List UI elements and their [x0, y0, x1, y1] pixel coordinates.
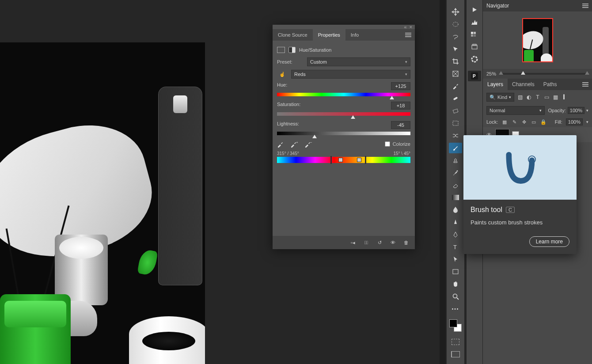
- navigator-body[interactable]: [483, 11, 592, 69]
- tab-layers[interactable]: Layers: [483, 79, 508, 90]
- reset-icon[interactable]: ↺: [376, 240, 383, 246]
- slider-thumb[interactable]: [312, 135, 317, 138]
- saturation-value[interactable]: +18: [391, 102, 410, 110]
- slider-thumb[interactable]: [390, 96, 394, 99]
- lightness-slider[interactable]: [277, 132, 410, 135]
- filter-smart-icon[interactable]: ▦: [552, 94, 558, 100]
- slider-thumb[interactable]: [521, 71, 525, 75]
- filter-type-icon[interactable]: T: [535, 94, 541, 100]
- libraries-icon[interactable]: [468, 42, 481, 52]
- color-wheel-icon[interactable]: [468, 54, 481, 64]
- brush-tool-icon[interactable]: [449, 143, 462, 153]
- filter-adjust-icon[interactable]: ◐: [526, 94, 532, 100]
- type-tool-icon[interactable]: T: [449, 242, 462, 252]
- tab-paths[interactable]: Paths: [539, 79, 562, 90]
- lock-all-icon[interactable]: 🔒: [540, 119, 546, 125]
- zoom-value[interactable]: 25%: [486, 71, 496, 76]
- canvas-image[interactable]: [0, 42, 205, 364]
- panel-drag-header[interactable]: « ×: [273, 25, 415, 29]
- channel-select[interactable]: Reds ▾: [291, 70, 410, 79]
- eraser-tool-icon[interactable]: [449, 180, 462, 190]
- clone-stamp-tool-icon[interactable]: [449, 155, 462, 166]
- colorize-input[interactable]: [385, 141, 390, 147]
- properties-panel[interactable]: « × Clone Source Properties Info Hue/Sat…: [273, 25, 415, 249]
- range-marker[interactable]: [330, 156, 332, 164]
- navigator-header[interactable]: Navigator: [483, 0, 592, 11]
- lock-transparency-icon[interactable]: ▩: [501, 119, 508, 125]
- histogram-icon[interactable]: [468, 17, 481, 27]
- range-handle[interactable]: [357, 158, 361, 162]
- filter-toggle-icon[interactable]: ⏽: [561, 94, 567, 100]
- filter-shape-icon[interactable]: ▭: [543, 94, 550, 100]
- tab-properties[interactable]: Properties: [313, 29, 345, 41]
- lock-position-icon[interactable]: ✥: [521, 119, 527, 125]
- chevron-down-icon[interactable]: ▾: [586, 108, 588, 113]
- chevron-down-icon[interactable]: ▾: [586, 120, 588, 124]
- hue-range-strip[interactable]: [277, 157, 410, 163]
- patch-tool-icon[interactable]: [449, 106, 462, 116]
- svg-point-25: [531, 158, 533, 160]
- zoom-tool-icon[interactable]: [449, 291, 462, 302]
- lock-paint-icon[interactable]: ✎: [511, 119, 517, 125]
- tab-clone-source[interactable]: Clone Source: [273, 29, 313, 41]
- opacity-value[interactable]: 100%: [568, 107, 584, 114]
- clip-to-layer-icon[interactable]: ▫◂: [349, 240, 357, 246]
- filter-pixel-icon[interactable]: ▧: [517, 94, 523, 100]
- kind-filter[interactable]: 🔍 Kind ▾: [486, 93, 514, 102]
- eyedropper-add-icon[interactable]: +: [290, 140, 298, 148]
- gradient-tool-icon[interactable]: [449, 192, 462, 203]
- hue-value[interactable]: +125: [391, 82, 410, 90]
- quick-mask-icon[interactable]: [452, 339, 459, 345]
- range-handle[interactable]: [338, 158, 343, 162]
- fill-value[interactable]: 100%: [566, 118, 583, 125]
- pen-tool-icon[interactable]: [449, 229, 462, 240]
- dodge-tool-icon[interactable]: [449, 217, 462, 228]
- quick-select-tool-icon[interactable]: [449, 44, 462, 54]
- trash-icon[interactable]: 🗑: [402, 240, 410, 245]
- learn-more-button[interactable]: Learn more: [529, 236, 569, 247]
- blur-tool-icon[interactable]: [449, 205, 462, 215]
- colorize-checkbox[interactable]: Colorize: [385, 141, 410, 147]
- eyedropper-subtract-icon[interactable]: −: [304, 140, 312, 148]
- tab-channels[interactable]: Channels: [508, 79, 539, 90]
- eyedropper-tool-icon[interactable]: [449, 81, 462, 91]
- blend-mode-select[interactable]: Normal ▾: [486, 106, 545, 115]
- preset-select[interactable]: Custom ▾: [307, 57, 410, 66]
- foreground-color-swatch[interactable]: [449, 319, 457, 327]
- play-icon[interactable]: [468, 4, 481, 15]
- history-brush-tool-icon[interactable]: [449, 167, 462, 178]
- crop-tool-icon[interactable]: [449, 56, 462, 67]
- targeted-adjustment-icon[interactable]: ☝: [277, 72, 288, 77]
- move-tool-icon[interactable]: [449, 7, 462, 17]
- lock-artboard-icon[interactable]: ▭: [531, 119, 537, 125]
- panel-menu-icon[interactable]: [582, 3, 588, 9]
- saturation-slider[interactable]: [277, 112, 410, 116]
- range-marker[interactable]: [365, 156, 366, 164]
- color-swatches[interactable]: [449, 319, 462, 332]
- eyedropper-icon[interactable]: [277, 140, 284, 148]
- rectangle-tool-icon[interactable]: [449, 266, 462, 277]
- lasso-tool-icon[interactable]: [449, 31, 462, 42]
- tab-info[interactable]: Info: [345, 29, 364, 41]
- edit-toolbar-icon[interactable]: •••: [449, 303, 462, 314]
- path-select-tool-icon[interactable]: [449, 254, 462, 265]
- shuffle-tool-icon[interactable]: [449, 130, 462, 141]
- panel-menu-icon[interactable]: [579, 79, 592, 90]
- panel-menu-icon[interactable]: [402, 29, 415, 41]
- frame-tool-icon[interactable]: [449, 68, 462, 79]
- swatches-icon[interactable]: [468, 29, 481, 40]
- visibility-icon[interactable]: 👁: [389, 240, 396, 245]
- marquee-rect-tool-icon[interactable]: [449, 118, 462, 129]
- screen-mode-icon[interactable]: [451, 351, 460, 357]
- navigator-thumbnail[interactable]: [522, 18, 553, 62]
- dock-divider[interactable]: [440, 0, 446, 364]
- zoom-slider[interactable]: [500, 73, 588, 75]
- view-previous-icon[interactable]: 👁⃠: [363, 240, 370, 245]
- hue-slider[interactable]: [277, 93, 410, 96]
- pexels-plugin-icon[interactable]: P: [468, 71, 481, 81]
- marquee-tool-icon[interactable]: [449, 19, 462, 30]
- slider-thumb[interactable]: [351, 115, 355, 119]
- lightness-value[interactable]: -45: [391, 121, 410, 129]
- hand-tool-icon[interactable]: [449, 279, 462, 289]
- healing-tool-icon[interactable]: [449, 93, 462, 104]
